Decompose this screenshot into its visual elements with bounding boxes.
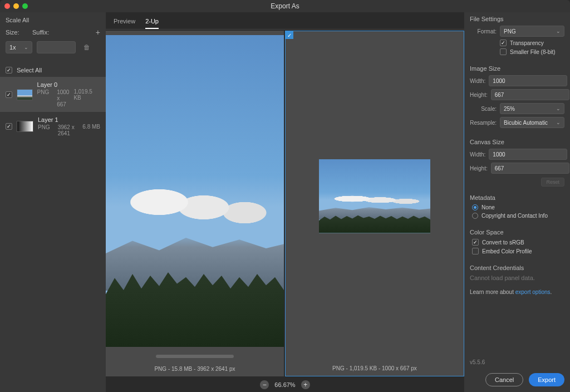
layer-filesize: 6.8 MB bbox=[82, 124, 100, 130]
resample-value: Bicubic Automatic bbox=[504, 120, 548, 126]
height-input[interactable] bbox=[491, 89, 569, 100]
color-space-heading: Color Space bbox=[470, 229, 564, 236]
cwidth-label: Width: bbox=[470, 151, 485, 158]
layer-checkbox[interactable] bbox=[6, 123, 12, 130]
metadata-none-label: None bbox=[481, 204, 495, 210]
select-all-checkbox[interactable] bbox=[6, 67, 12, 74]
titlebar: Export As bbox=[0, 0, 570, 12]
add-scale-icon[interactable]: + bbox=[96, 28, 100, 37]
layer-filesize: 1,019.5 KB bbox=[73, 89, 100, 101]
scale-select-value: 1x bbox=[9, 44, 16, 51]
learn-more-prefix: Learn more about bbox=[470, 289, 515, 295]
scale-select[interactable]: 25% ⌄ bbox=[500, 103, 564, 114]
tab-2up[interactable]: 2-Up bbox=[145, 16, 159, 29]
settings-panel: File Settings Format: PNG ⌄ Transparency… bbox=[464, 12, 570, 392]
layer-name: Layer 1 bbox=[38, 116, 78, 123]
chevron-down-icon: ⌄ bbox=[556, 106, 561, 111]
preview-area: Preview 2-Up PNG - 15.8 MB - 3962 x 2641… bbox=[106, 12, 464, 392]
canvas-height-input[interactable] bbox=[491, 163, 569, 174]
embed-profile-label: Embed Color Profile bbox=[482, 248, 532, 254]
layer-format: PNG bbox=[38, 124, 50, 136]
scale-select[interactable]: 1x ⌄ bbox=[6, 41, 32, 53]
select-all-label: Select All bbox=[17, 67, 42, 74]
metadata-copyright-radio[interactable] bbox=[472, 213, 478, 219]
scale-label: Scale: bbox=[470, 106, 497, 112]
tab-preview[interactable]: Preview bbox=[114, 16, 135, 29]
image-size-heading: Image Size bbox=[470, 65, 564, 72]
layer-checkbox[interactable] bbox=[6, 91, 12, 98]
content-credentials-msg: Cannot load panel data. bbox=[470, 275, 564, 281]
width-label: Width: bbox=[470, 78, 485, 84]
chevron-down-icon: ⌄ bbox=[556, 28, 561, 34]
window-title: Export As bbox=[0, 2, 570, 10]
right-preview-pane[interactable]: ✓ PNG - 1,019.5 KB - 1000 x 667 px bbox=[285, 31, 464, 376]
scale-all-heading: Scale All bbox=[0, 12, 106, 26]
layer-row[interactable]: Layer 0 PNG 1000 x 667 1,019.5 KB bbox=[0, 77, 106, 112]
format-label: Format: bbox=[470, 28, 497, 35]
metadata-none-radio[interactable] bbox=[472, 204, 478, 210]
cancel-button[interactable]: Cancel bbox=[485, 373, 523, 386]
width-input[interactable] bbox=[489, 75, 567, 86]
layer-thumbnail bbox=[17, 89, 33, 100]
convert-srgb-label: Convert to sRGB bbox=[482, 239, 524, 246]
chevron-down-icon: ⌄ bbox=[24, 45, 28, 50]
embed-profile-checkbox[interactable] bbox=[472, 248, 479, 254]
suffix-input[interactable] bbox=[37, 41, 76, 53]
format-value: PNG bbox=[504, 28, 516, 35]
export-button[interactable]: Export bbox=[529, 373, 564, 386]
transparency-checkbox[interactable] bbox=[500, 40, 507, 46]
height-label: Height: bbox=[470, 92, 488, 98]
layer-thumbnail bbox=[17, 121, 33, 132]
resample-label: Resample: bbox=[470, 120, 497, 126]
zoom-value: 66.67% bbox=[274, 381, 295, 388]
preview-original-image bbox=[106, 35, 284, 347]
export-options-link[interactable]: export options bbox=[515, 289, 551, 295]
left-pane-status: PNG - 15.8 MB - 3962 x 2641 px bbox=[106, 361, 284, 376]
metadata-heading: Metadata bbox=[470, 194, 564, 201]
layer-row[interactable]: Layer 1 PNG 3962 x 2641 6.8 MB bbox=[0, 112, 106, 141]
content-credentials-heading: Content Credentials bbox=[470, 264, 564, 271]
layer-dims: 1000 x 667 bbox=[57, 89, 69, 107]
canvas-width-input[interactable] bbox=[489, 149, 567, 160]
horizontal-scrollbar[interactable] bbox=[156, 355, 234, 358]
preview-export-image bbox=[319, 159, 430, 233]
left-preview-pane[interactable]: PNG - 15.8 MB - 3962 x 2641 px bbox=[106, 31, 284, 376]
smaller-file-checkbox[interactable] bbox=[500, 48, 507, 55]
convert-srgb-checkbox[interactable] bbox=[472, 239, 479, 246]
format-select[interactable]: PNG ⌄ bbox=[500, 26, 564, 37]
canvas-size-heading: Canvas Size bbox=[470, 139, 564, 145]
layer-dims: 3962 x 2641 bbox=[58, 124, 78, 136]
layer-format: PNG bbox=[37, 89, 50, 107]
chevron-down-icon: ⌄ bbox=[556, 120, 561, 125]
layer-name: Layer 0 bbox=[37, 81, 70, 88]
scale-value: 25% bbox=[504, 106, 515, 112]
zoom-in-button[interactable]: + bbox=[301, 380, 310, 389]
trash-icon[interactable]: 🗑 bbox=[83, 43, 90, 51]
reset-button[interactable]: Reset bbox=[541, 178, 564, 187]
cheight-label: Height: bbox=[470, 165, 488, 171]
metadata-copyright-label: Copyright and Contact Info bbox=[481, 213, 548, 219]
transparency-label: Transparency bbox=[510, 40, 544, 46]
right-pane-status: PNG - 1,019.5 KB - 1000 x 667 px bbox=[286, 361, 464, 376]
size-label: Size: bbox=[6, 29, 28, 36]
file-settings-heading: File Settings bbox=[470, 16, 564, 22]
resample-select[interactable]: Bicubic Automatic ⌄ bbox=[500, 117, 564, 128]
zoom-out-button[interactable]: − bbox=[260, 380, 269, 389]
sidebar: Scale All Size: Suffix: + 1x ⌄ 🗑 Select … bbox=[0, 12, 106, 392]
version-label: v5.5.6 bbox=[464, 355, 570, 370]
suffix-label: Suffix: bbox=[32, 29, 91, 36]
smaller-file-label: Smaller File (8-bit) bbox=[510, 49, 556, 55]
